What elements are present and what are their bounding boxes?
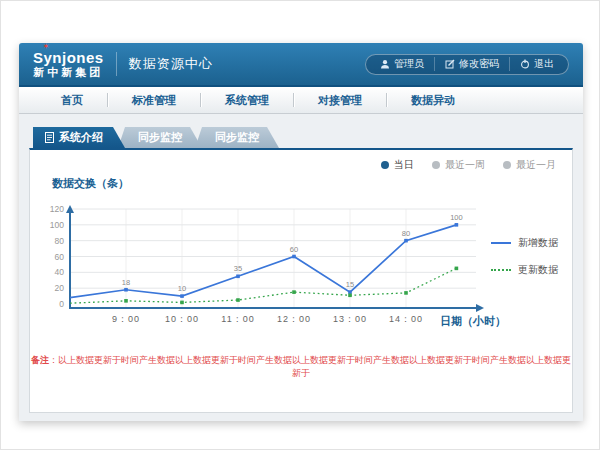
svg-text:80: 80 <box>402 229 410 238</box>
svg-text:11：00: 11：00 <box>221 314 254 324</box>
user-toolbar: 管理员 修改密码 退出 <box>365 54 569 75</box>
range-option-last-week[interactable]: 最近一周 <box>432 158 485 172</box>
tab-system-intro[interactable]: 系统介绍 <box>33 127 125 148</box>
legend-label: 更新数据 <box>518 263 558 277</box>
tab-sync-monitor-1[interactable]: 同步监控 <box>118 127 202 148</box>
svg-text:100: 100 <box>50 220 64 230</box>
tab-sync-monitor-2[interactable]: 同步监控 <box>195 127 279 148</box>
svg-text:60: 60 <box>55 252 65 262</box>
svg-text:40: 40 <box>55 267 65 277</box>
header-divider <box>116 52 117 76</box>
legend-item-new-data[interactable]: 新增数据 <box>491 236 558 250</box>
chart-legend: 新增数据 更新数据 <box>491 236 558 277</box>
nav-item-home[interactable]: 首页 <box>37 87 107 113</box>
chart-panel: 当日 最近一周 最近一月 数据交换（条） 0204060801001209：00… <box>29 148 573 413</box>
change-password-label: 修改密码 <box>459 57 499 71</box>
tab-label: 系统介绍 <box>59 130 103 145</box>
logout-label: 退出 <box>534 57 554 71</box>
radio-unselected-icon <box>503 161 511 169</box>
svg-text:15: 15 <box>346 280 354 289</box>
user-label: 管理员 <box>394 57 424 71</box>
logo-wordmark: Sy✶njones <box>33 50 104 65</box>
screen: Sy✶njones 新中新集团 数据资源中心 管理员 修改密码 <box>0 0 600 450</box>
app-header: Sy✶njones 新中新集团 数据资源中心 管理员 修改密码 <box>19 43 583 85</box>
tab-label: 同步监控 <box>215 130 259 145</box>
legend-label: 新增数据 <box>518 236 558 250</box>
svg-text:60: 60 <box>290 245 298 254</box>
range-label: 最近一月 <box>516 158 556 172</box>
svg-text:0: 0 <box>59 299 64 309</box>
user-button[interactable]: 管理员 <box>370 57 434 71</box>
x-axis-title: 日期（小时） <box>440 314 506 329</box>
range-label: 当日 <box>394 158 414 172</box>
solid-line-swatch-icon <box>491 242 511 244</box>
document-icon <box>45 132 54 143</box>
svg-text:13：00: 13：00 <box>333 314 367 324</box>
svg-text:20: 20 <box>55 283 65 293</box>
radio-unselected-icon <box>432 161 440 169</box>
main-nav: 首页 标准管理 系统管理 对接管理 数据异动 <box>19 85 583 114</box>
dotted-line-swatch-icon <box>491 269 511 271</box>
logout-button[interactable]: 退出 <box>509 57 564 71</box>
user-icon <box>380 59 390 69</box>
legend-item-updated-data[interactable]: 更新数据 <box>491 263 558 277</box>
svg-text:120: 120 <box>50 204 64 214</box>
range-label: 最近一周 <box>445 158 485 172</box>
range-option-last-month[interactable]: 最近一月 <box>503 158 556 172</box>
nav-item-data-change[interactable]: 数据异动 <box>387 87 479 113</box>
time-range-selector: 当日 最近一周 最近一月 <box>381 158 556 172</box>
app-window: Sy✶njones 新中新集团 数据资源中心 管理员 修改密码 <box>19 43 583 421</box>
svg-text:10：00: 10：00 <box>165 314 199 324</box>
nav-item-interface-mgmt[interactable]: 对接管理 <box>294 87 386 113</box>
edit-icon <box>445 59 455 69</box>
power-icon <box>520 59 530 69</box>
radio-selected-icon <box>381 161 389 169</box>
content-area: 系统介绍 同步监控 同步监控 当日 最近一周 <box>19 114 583 421</box>
logo-subtitle: 新中新集团 <box>33 67 103 78</box>
range-option-today[interactable]: 当日 <box>381 158 414 172</box>
svg-text:35: 35 <box>234 264 242 273</box>
svg-text:12：00: 12：00 <box>277 314 311 324</box>
svg-text:18: 18 <box>122 278 130 287</box>
svg-text:10: 10 <box>178 284 186 293</box>
svg-text:100: 100 <box>450 213 463 222</box>
footnote: 备注：以上数据更新于时间产生数据以上数据更新于时间产生数据以上数据更新于时间产生… <box>30 354 572 380</box>
y-axis-title: 数据交换（条） <box>52 176 129 191</box>
nav-item-system-mgmt[interactable]: 系统管理 <box>201 87 293 113</box>
change-password-button[interactable]: 修改密码 <box>434 57 509 71</box>
tab-bar: 系统介绍 同步监控 同步监控 <box>33 127 279 148</box>
company-logo: Sy✶njones 新中新集团 <box>33 50 104 78</box>
svg-text:9：00: 9：00 <box>112 314 140 324</box>
nav-item-standard-mgmt[interactable]: 标准管理 <box>108 87 200 113</box>
tab-label: 同步监控 <box>138 130 182 145</box>
app-title: 数据资源中心 <box>129 55 213 73</box>
logo-star-icon: ✶ <box>43 43 50 51</box>
svg-text:80: 80 <box>55 236 65 246</box>
svg-text:14：00: 14：00 <box>389 314 423 324</box>
